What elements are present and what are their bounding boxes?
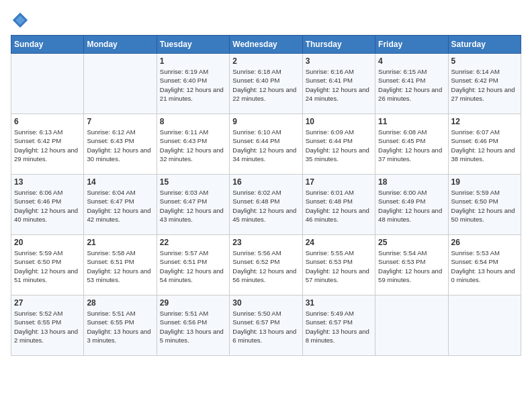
- day-header-friday: Friday: [375, 36, 448, 54]
- calendar-header: SundayMondayTuesdayWednesdayThursdayFrid…: [11, 36, 521, 54]
- header-row: SundayMondayTuesdayWednesdayThursdayFrid…: [11, 36, 521, 54]
- day-header-thursday: Thursday: [302, 36, 375, 54]
- calendar-cell: 23Sunrise: 5:56 AM Sunset: 6:52 PM Dayli…: [230, 235, 302, 295]
- calendar-cell: [84, 54, 157, 114]
- calendar-cell: 21Sunrise: 5:58 AM Sunset: 6:51 PM Dayli…: [84, 235, 157, 295]
- day-number: 11: [378, 117, 445, 126]
- day-number: 4: [378, 56, 445, 66]
- day-detail: Sunrise: 5:53 AM Sunset: 6:54 PM Dayligh…: [451, 248, 518, 284]
- calendar-cell: 27Sunrise: 5:52 AM Sunset: 6:55 PM Dayli…: [11, 295, 84, 356]
- day-number: 1: [160, 56, 226, 66]
- page-header: [11, 11, 521, 30]
- day-detail: Sunrise: 6:02 AM Sunset: 6:48 PM Dayligh…: [232, 188, 299, 224]
- day-number: 20: [14, 238, 81, 247]
- calendar-cell: 2Sunrise: 6:18 AM Sunset: 6:40 PM Daylig…: [230, 54, 302, 114]
- day-number: 18: [378, 177, 445, 187]
- day-detail: Sunrise: 6:16 AM Sunset: 6:41 PM Dayligh…: [306, 67, 372, 103]
- day-number: 9: [232, 117, 299, 126]
- calendar-cell: 24Sunrise: 5:55 AM Sunset: 6:53 PM Dayli…: [302, 235, 375, 295]
- calendar-cell: 28Sunrise: 5:51 AM Sunset: 6:55 PM Dayli…: [84, 295, 157, 356]
- day-number: 29: [160, 298, 226, 308]
- day-number: 10: [306, 117, 372, 126]
- day-detail: Sunrise: 6:15 AM Sunset: 6:41 PM Dayligh…: [378, 67, 445, 103]
- calendar-cell: 7Sunrise: 6:12 AM Sunset: 6:43 PM Daylig…: [84, 114, 157, 175]
- day-number: 30: [232, 298, 299, 308]
- calendar-cell: 16Sunrise: 6:02 AM Sunset: 6:48 PM Dayli…: [230, 175, 302, 235]
- day-detail: Sunrise: 5:59 AM Sunset: 6:50 PM Dayligh…: [451, 188, 518, 224]
- calendar-cell: 14Sunrise: 6:04 AM Sunset: 6:47 PM Dayli…: [84, 175, 157, 235]
- day-detail: Sunrise: 6:11 AM Sunset: 6:43 PM Dayligh…: [160, 128, 226, 163]
- day-number: 12: [451, 117, 518, 126]
- day-number: 6: [14, 117, 81, 126]
- day-detail: Sunrise: 6:08 AM Sunset: 6:45 PM Dayligh…: [378, 128, 445, 163]
- calendar-cell: 5Sunrise: 6:14 AM Sunset: 6:42 PM Daylig…: [448, 54, 521, 114]
- calendar-cell: 8Sunrise: 6:11 AM Sunset: 6:43 PM Daylig…: [157, 114, 229, 175]
- calendar-cell: 4Sunrise: 6:15 AM Sunset: 6:41 PM Daylig…: [375, 54, 448, 114]
- day-number: 8: [160, 117, 226, 126]
- calendar-cell: 12Sunrise: 6:07 AM Sunset: 6:46 PM Dayli…: [448, 114, 521, 175]
- day-detail: Sunrise: 5:54 AM Sunset: 6:53 PM Dayligh…: [378, 248, 445, 284]
- day-detail: Sunrise: 5:50 AM Sunset: 6:57 PM Dayligh…: [232, 309, 299, 345]
- day-number: 17: [306, 177, 372, 187]
- calendar-table: SundayMondayTuesdayWednesdayThursdayFrid…: [11, 35, 521, 356]
- day-number: 26: [451, 238, 518, 247]
- calendar-week-4: 20Sunrise: 5:59 AM Sunset: 6:50 PM Dayli…: [11, 235, 521, 295]
- day-detail: Sunrise: 6:01 AM Sunset: 6:48 PM Dayligh…: [306, 188, 372, 224]
- day-number: 31: [306, 298, 372, 308]
- day-number: 27: [14, 298, 81, 308]
- day-number: 23: [232, 238, 299, 247]
- day-number: 7: [87, 117, 153, 126]
- day-detail: Sunrise: 6:07 AM Sunset: 6:46 PM Dayligh…: [451, 128, 518, 163]
- calendar-cell: 1Sunrise: 6:19 AM Sunset: 6:40 PM Daylig…: [157, 54, 229, 114]
- day-detail: Sunrise: 6:00 AM Sunset: 6:49 PM Dayligh…: [378, 188, 445, 224]
- day-number: 28: [87, 298, 153, 308]
- calendar-cell: 30Sunrise: 5:50 AM Sunset: 6:57 PM Dayli…: [230, 295, 302, 356]
- calendar-cell: 29Sunrise: 5:51 AM Sunset: 6:56 PM Dayli…: [157, 295, 229, 356]
- day-detail: Sunrise: 5:58 AM Sunset: 6:51 PM Dayligh…: [87, 248, 153, 284]
- calendar-cell: [375, 295, 448, 356]
- calendar-cell: 22Sunrise: 5:57 AM Sunset: 6:51 PM Dayli…: [157, 235, 229, 295]
- day-detail: Sunrise: 6:19 AM Sunset: 6:40 PM Dayligh…: [160, 67, 226, 103]
- day-detail: Sunrise: 5:56 AM Sunset: 6:52 PM Dayligh…: [232, 248, 299, 284]
- calendar-cell: 6Sunrise: 6:13 AM Sunset: 6:42 PM Daylig…: [11, 114, 84, 175]
- calendar-cell: [448, 295, 521, 356]
- calendar-week-3: 13Sunrise: 6:06 AM Sunset: 6:46 PM Dayli…: [11, 175, 521, 235]
- logo: [11, 11, 32, 30]
- day-number: 16: [232, 177, 299, 187]
- day-detail: Sunrise: 6:18 AM Sunset: 6:40 PM Dayligh…: [232, 67, 299, 103]
- day-number: 15: [160, 177, 226, 187]
- calendar-cell: 20Sunrise: 5:59 AM Sunset: 6:50 PM Dayli…: [11, 235, 84, 295]
- calendar-cell: 9Sunrise: 6:10 AM Sunset: 6:44 PM Daylig…: [230, 114, 302, 175]
- day-detail: Sunrise: 5:52 AM Sunset: 6:55 PM Dayligh…: [14, 309, 81, 345]
- day-detail: Sunrise: 6:14 AM Sunset: 6:42 PM Dayligh…: [451, 67, 518, 103]
- day-detail: Sunrise: 6:13 AM Sunset: 6:42 PM Dayligh…: [14, 128, 81, 163]
- day-header-wednesday: Wednesday: [230, 36, 302, 54]
- calendar-cell: 3Sunrise: 6:16 AM Sunset: 6:41 PM Daylig…: [302, 54, 375, 114]
- calendar-cell: 25Sunrise: 5:54 AM Sunset: 6:53 PM Dayli…: [375, 235, 448, 295]
- logo-icon: [11, 11, 30, 30]
- day-number: 19: [451, 177, 518, 187]
- calendar-cell: 13Sunrise: 6:06 AM Sunset: 6:46 PM Dayli…: [11, 175, 84, 235]
- day-number: 5: [451, 56, 518, 66]
- day-number: 14: [87, 177, 153, 187]
- day-number: 3: [306, 56, 372, 66]
- calendar-week-5: 27Sunrise: 5:52 AM Sunset: 6:55 PM Dayli…: [11, 295, 521, 356]
- day-number: 25: [378, 238, 445, 247]
- day-detail: Sunrise: 5:49 AM Sunset: 6:57 PM Dayligh…: [306, 309, 372, 345]
- day-header-monday: Monday: [84, 36, 157, 54]
- calendar-week-1: 1Sunrise: 6:19 AM Sunset: 6:40 PM Daylig…: [11, 54, 521, 114]
- day-detail: Sunrise: 6:04 AM Sunset: 6:47 PM Dayligh…: [87, 188, 153, 224]
- calendar-cell: 19Sunrise: 5:59 AM Sunset: 6:50 PM Dayli…: [448, 175, 521, 235]
- day-number: 22: [160, 238, 226, 247]
- calendar-cell: 15Sunrise: 6:03 AM Sunset: 6:47 PM Dayli…: [157, 175, 229, 235]
- calendar-cell: 18Sunrise: 6:00 AM Sunset: 6:49 PM Dayli…: [375, 175, 448, 235]
- calendar-cell: 17Sunrise: 6:01 AM Sunset: 6:48 PM Dayli…: [302, 175, 375, 235]
- day-header-saturday: Saturday: [448, 36, 521, 54]
- day-header-sunday: Sunday: [11, 36, 84, 54]
- day-detail: Sunrise: 5:55 AM Sunset: 6:53 PM Dayligh…: [306, 248, 372, 284]
- day-detail: Sunrise: 6:06 AM Sunset: 6:46 PM Dayligh…: [14, 188, 81, 224]
- calendar-cell: 26Sunrise: 5:53 AM Sunset: 6:54 PM Dayli…: [448, 235, 521, 295]
- day-detail: Sunrise: 6:09 AM Sunset: 6:44 PM Dayligh…: [306, 128, 372, 163]
- calendar-week-2: 6Sunrise: 6:13 AM Sunset: 6:42 PM Daylig…: [11, 114, 521, 175]
- day-detail: Sunrise: 5:51 AM Sunset: 6:55 PM Dayligh…: [87, 309, 153, 345]
